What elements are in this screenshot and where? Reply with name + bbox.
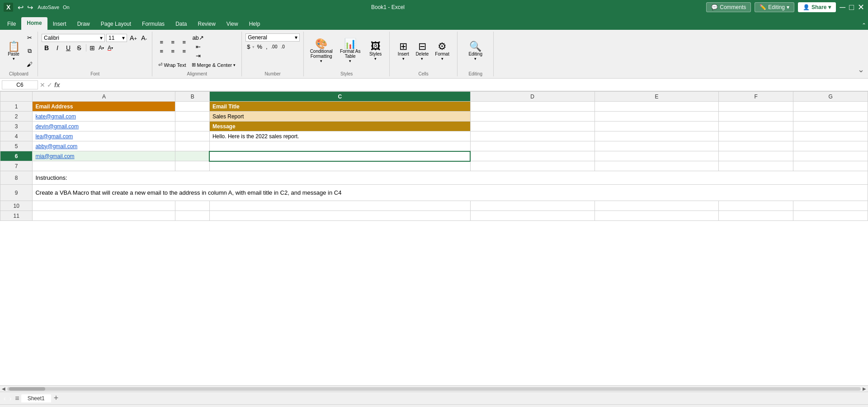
cell-F2[interactable] — [719, 112, 793, 122]
cell-B7[interactable] — [175, 161, 210, 171]
cell-E7[interactable] — [594, 161, 719, 171]
grid-container[interactable]: A B C D E F G 1 Email Address Email Titl… — [0, 91, 868, 385]
align-middle-center-button[interactable]: ≡ — [167, 47, 178, 56]
underline-button[interactable]: U — [63, 43, 73, 52]
scroll-left-button[interactable]: ◀ — [2, 386, 5, 391]
sheet-prev-nav[interactable]: ‹ — [2, 394, 8, 403]
cell-E4[interactable] — [594, 131, 719, 141]
cell-F4[interactable] — [719, 131, 793, 141]
align-middle-left-button[interactable]: ≡ — [156, 47, 167, 56]
undo-button[interactable]: ↩ — [17, 2, 24, 13]
cell-reference-box[interactable]: C6 — [2, 80, 38, 89]
font-name-dropdown[interactable]: Calibri ▾ — [42, 34, 105, 42]
increase-decimal-button[interactable]: .00 — [270, 43, 279, 50]
cell-C10[interactable] — [209, 201, 470, 211]
italic-button[interactable]: I — [52, 43, 62, 52]
percent-button[interactable]: % — [255, 42, 264, 51]
cell-A7[interactable] — [33, 161, 175, 171]
col-header-E[interactable]: E — [594, 92, 719, 102]
cell-D11[interactable] — [470, 211, 594, 221]
cell-E3[interactable] — [594, 122, 719, 131]
align-top-left-button[interactable]: ≡ — [156, 38, 167, 47]
font-color-button[interactable]: A▾ — [106, 44, 114, 52]
cell-D2[interactable] — [470, 112, 594, 122]
cell-styles-button[interactable]: 🖼 Styles ▾ — [366, 40, 386, 62]
cell-B6[interactable] — [175, 151, 210, 161]
cell-D7[interactable] — [470, 161, 594, 171]
indent-decrease-button[interactable]: ⇤ — [191, 42, 205, 51]
comma-button[interactable]: , — [264, 42, 269, 51]
cell-A5[interactable]: abby@gmail.com — [33, 141, 175, 151]
row-header-5[interactable]: 5 — [0, 141, 33, 151]
col-header-F[interactable]: F — [719, 92, 793, 102]
row-header-1[interactable]: 1 — [0, 102, 33, 112]
paste-button[interactable]: 📋 Paste ▾ — [4, 33, 24, 69]
cell-F7[interactable] — [719, 161, 793, 171]
editing-button[interactable]: ✏️ Editing ▾ — [755, 2, 794, 12]
ribbon-collapse-button[interactable]: ⌃ — [862, 22, 866, 28]
cell-G2[interactable] — [793, 112, 868, 122]
cut-button[interactable]: ✂ — [25, 33, 34, 42]
cell-A1[interactable]: Email Address — [33, 102, 175, 112]
cell-G5[interactable] — [793, 141, 868, 151]
cell-C6[interactable] — [209, 151, 470, 161]
col-header-A[interactable]: A — [33, 92, 175, 102]
row-header-11[interactable]: 11 — [0, 211, 33, 221]
cell-A4[interactable]: lea@gmail.com — [33, 131, 175, 141]
formula-function-icon[interactable]: fx — [54, 81, 60, 89]
sheet-next-nav[interactable]: › — [8, 394, 14, 403]
cell-B2[interactable] — [175, 112, 210, 122]
cell-B1[interactable] — [175, 102, 210, 112]
scroll-right-button[interactable]: ▶ — [863, 386, 866, 391]
cell-D6[interactable] — [470, 151, 594, 161]
currency-button[interactable]: $ — [245, 42, 251, 51]
col-header-C[interactable]: C — [209, 92, 470, 102]
cell-G7[interactable] — [793, 161, 868, 171]
decrease-font-size-button[interactable]: A- — [140, 33, 148, 42]
share-button[interactable]: 👤 Share ▾ — [798, 2, 836, 12]
cell-A6[interactable]: mia@gmail.com — [33, 151, 175, 161]
cell-A9[interactable]: Create a VBA Macro that will create a ne… — [33, 185, 868, 201]
wrap-text-button[interactable]: ⏎ Wrap Text — [156, 61, 188, 69]
formula-confirm-icon[interactable]: ✓ — [47, 81, 52, 89]
align-top-center-button[interactable]: ≡ — [167, 38, 178, 47]
tab-file[interactable]: File — [2, 18, 21, 30]
cell-C5[interactable] — [209, 141, 470, 151]
cell-F6[interactable] — [719, 151, 793, 161]
editing-button-ribbon[interactable]: 🔍 Editing ▾ — [466, 40, 485, 62]
cell-E10[interactable] — [594, 201, 719, 211]
row-header-2[interactable]: 2 — [0, 112, 33, 122]
cell-D4[interactable] — [470, 131, 594, 141]
tab-review[interactable]: Review — [192, 18, 221, 30]
increase-font-size-button[interactable]: A+ — [128, 33, 138, 42]
cell-E5[interactable] — [594, 141, 719, 151]
row-header-8[interactable]: 8 — [0, 171, 33, 185]
cell-A2[interactable]: kate@gmail.com — [33, 112, 175, 122]
scroll-thumb[interactable] — [9, 387, 45, 391]
conditional-formatting-button[interactable]: 🎨 Conditional Formatting ▾ — [308, 37, 335, 65]
sheet-options-button[interactable]: ≡ — [13, 394, 21, 402]
number-format-dropdown[interactable]: General ▾ — [245, 33, 300, 42]
cell-C7[interactable] — [209, 161, 470, 171]
align-middle-right-button[interactable]: ≡ — [179, 47, 189, 56]
tab-view[interactable]: View — [221, 18, 244, 30]
row-header-6[interactable]: 6 — [0, 151, 33, 161]
cell-E6[interactable] — [594, 151, 719, 161]
minimize-button[interactable]: ─ — [840, 3, 845, 12]
col-header-D[interactable]: D — [470, 92, 594, 102]
tab-formulas[interactable]: Formulas — [137, 18, 170, 30]
copy-button[interactable]: ⧉ — [25, 47, 34, 56]
merge-center-button[interactable]: ⊞ Merge & Center ▾ — [189, 61, 238, 69]
cell-C11[interactable] — [209, 211, 470, 221]
borders-button[interactable]: ⊞ — [88, 43, 96, 52]
cell-B3[interactable] — [175, 122, 210, 131]
insert-cells-button[interactable]: ⊞ Insert ▾ — [395, 40, 411, 62]
tab-page-layout[interactable]: Page Layout — [95, 18, 137, 30]
col-header-B[interactable]: B — [175, 92, 210, 102]
cell-F11[interactable] — [719, 211, 793, 221]
row-header-10[interactable]: 10 — [0, 201, 33, 211]
tab-home[interactable]: Home — [21, 17, 47, 30]
tab-help[interactable]: Help — [244, 18, 266, 30]
cell-F5[interactable] — [719, 141, 793, 151]
row-header-7[interactable]: 7 — [0, 161, 33, 171]
